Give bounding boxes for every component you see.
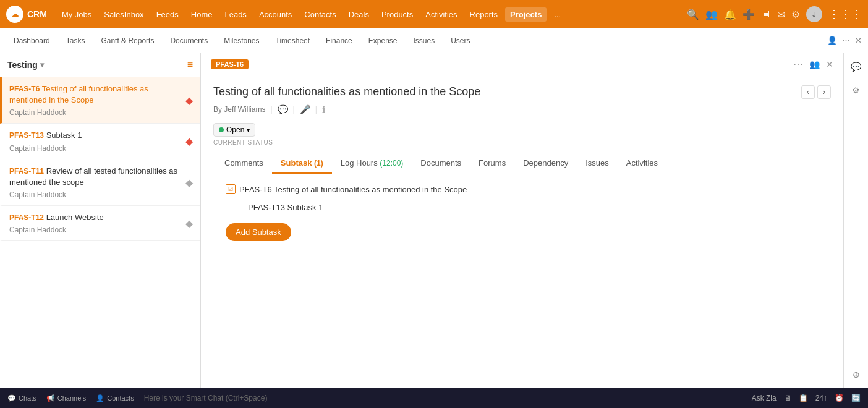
task-assignee-pfas-t11: Captain Haddock <box>9 190 193 199</box>
task-header-bar: PFAS-T6 ⋯ 👥 ✕ <box>201 53 843 75</box>
nav-home[interactable]: Home <box>186 7 218 22</box>
sidebar-header: Testing ▾ ≡ <box>0 53 200 77</box>
sidebar-menu-icon[interactable]: ≡ <box>187 59 193 70</box>
refresh-icon[interactable]: 🔄 <box>851 394 861 402</box>
tab-comments[interactable]: Comments <box>216 153 272 174</box>
second-nav-milestones[interactable]: Milestones <box>216 33 266 49</box>
counter-icon[interactable]: 24↑ <box>815 394 827 402</box>
task-assignee-pfas-t6: Captain Haddock <box>9 108 193 117</box>
alarm-icon[interactable]: ⏰ <box>835 394 844 402</box>
avatar[interactable]: J <box>806 6 822 22</box>
bell-icon[interactable]: 🔔 <box>724 9 736 20</box>
comment-icon[interactable]: 💬 <box>278 104 288 114</box>
tabs-bar: Comments Subtask (1) Log Hours (12:00) D… <box>213 153 831 174</box>
info-icon[interactable]: ℹ <box>322 104 325 114</box>
nav-leads[interactable]: Leads <box>219 7 251 22</box>
second-nav-issues[interactable]: Issues <box>406 33 443 49</box>
task-priority-pfas-t12: ◆ <box>185 218 193 229</box>
nav-reports[interactable]: Reports <box>465 7 503 22</box>
task-detail: Testing of all functionalities as mentio… <box>201 75 843 261</box>
second-nav-right-icon1[interactable]: 👤 <box>827 36 837 45</box>
subtask-child-pfas-t13: PFAS-T13 Subtask 1 <box>226 199 819 216</box>
settings-icon[interactable]: ⚙ <box>791 9 800 20</box>
status-chevron: ▾ <box>247 127 250 134</box>
right-sidebar-circle-icon[interactable]: ⊕ <box>848 366 865 383</box>
grid-icon[interactable]: ⋮⋮⋮ <box>828 7 862 21</box>
right-sidebar-gear-icon[interactable]: ⚙ <box>848 82 865 99</box>
second-nav-expense[interactable]: Expense <box>361 33 405 49</box>
detail-nav: ‹ › <box>801 85 831 99</box>
logo[interactable]: ☁ CRM <box>6 6 47 23</box>
nav-my-jobs[interactable]: My Jobs <box>57 7 96 22</box>
tab-issues[interactable]: Issues <box>577 153 618 174</box>
bottom-bar-channels[interactable]: 📢 Channels <box>46 394 86 402</box>
task-title-pfas-t12: Launch Website <box>46 213 104 222</box>
nav-feeds[interactable]: Feeds <box>151 7 184 22</box>
chats-icon: 💬 <box>7 394 16 402</box>
monitor-icon[interactable]: 🖥 <box>784 394 791 402</box>
status-label: Open <box>226 125 244 134</box>
task-item-pfas-t12[interactable]: PFAS-T12 Launch Website ◆ Captain Haddoc… <box>0 206 200 241</box>
prev-task-btn[interactable]: ‹ <box>801 85 815 99</box>
task-item-pfas-t11[interactable]: PFAS-T11 Review of all tested functional… <box>0 159 200 206</box>
mic-icon[interactable]: 🎤 <box>300 104 310 114</box>
subtask-parent-label: PFAS-T6 Testing of all functionalities a… <box>239 185 467 194</box>
add-subtask-button[interactable]: Add Subtask <box>226 223 291 241</box>
second-nav-right-icon2[interactable]: ⋯ <box>842 36 850 45</box>
subtask-parent-icon: ☑ <box>226 184 236 194</box>
add-icon[interactable]: ➕ <box>742 9 755 20</box>
task-id-pfas-t12: PFAS-T12 <box>9 213 44 222</box>
second-nav-right-close[interactable]: ✕ <box>855 36 862 45</box>
nav-more[interactable]: ... <box>549 7 566 22</box>
nav-deals[interactable]: Deals <box>344 7 374 22</box>
right-sidebar-chat-icon[interactable]: 💬 <box>848 58 865 75</box>
status-badge[interactable]: Open ▾ <box>213 123 255 137</box>
second-nav-finance[interactable]: Finance <box>318 33 360 49</box>
task-item-pfas-t6[interactable]: PFAS-T6 Testing of all functionalities a… <box>0 77 200 124</box>
nav-items: My Jobs SalesInbox Feeds Home Leads Acco… <box>57 7 687 22</box>
close-icon[interactable]: ✕ <box>826 59 833 69</box>
nav-salesinbox[interactable]: SalesInbox <box>99 7 148 22</box>
nav-projects[interactable]: Projects <box>505 7 547 22</box>
second-nav-dashboard[interactable]: Dashboard <box>6 33 57 49</box>
smart-chat-input[interactable]: Here is your Smart Chat (Ctrl+Space) <box>144 394 742 402</box>
nav-accounts[interactable]: Accounts <box>254 7 297 22</box>
search-icon[interactable]: 🔍 <box>687 9 699 20</box>
task-title-pfas-t13: Subtask 1 <box>46 130 82 140</box>
task-assignee-pfas-t12: Captain Haddock <box>9 226 193 234</box>
tab-subtask[interactable]: Subtask (1) <box>272 153 332 174</box>
users-icon[interactable]: 👥 <box>705 9 718 20</box>
tab-activities[interactable]: Activities <box>618 153 666 174</box>
tab-log-hours[interactable]: Log Hours (12:00) <box>332 153 412 174</box>
second-nav-tasks[interactable]: Tasks <box>59 33 93 49</box>
sidebar-dropdown-icon[interactable]: ▾ <box>40 61 44 69</box>
nav-products[interactable]: Products <box>377 7 418 22</box>
people-icon[interactable]: 👥 <box>809 59 820 69</box>
bottom-bar-chats[interactable]: 💬 Chats <box>7 394 36 402</box>
clipboard-icon[interactable]: 📋 <box>799 394 808 402</box>
task-id-pfas-t13: PFAS-T13 <box>9 131 44 140</box>
mail-icon[interactable]: ✉ <box>777 9 785 20</box>
contacts-icon: 👤 <box>96 394 104 402</box>
nav-activities[interactable]: Activities <box>420 7 462 22</box>
bottom-bar-right: Ask Zia 🖥 📋 24↑ ⏰ 🔄 <box>752 394 861 402</box>
more-options-icon[interactable]: ⋯ <box>793 58 803 70</box>
task-badge: PFAS-T6 <box>211 59 249 69</box>
tab-documents[interactable]: Documents <box>412 153 470 174</box>
tab-dependency[interactable]: Dependency <box>514 153 577 174</box>
second-nav-gantt[interactable]: Gantt & Reports <box>93 33 161 49</box>
logo-icon: ☁ <box>6 6 23 23</box>
nav-right-icons: 🔍 👥 🔔 ➕ 🖥 ✉ ⚙ J ⋮⋮⋮ <box>687 6 862 22</box>
second-nav-documents[interactable]: Documents <box>163 33 215 49</box>
tab-forums[interactable]: Forums <box>470 153 514 174</box>
task-item-pfas-t13[interactable]: PFAS-T13 Subtask 1 ◆ Captain Haddock <box>0 124 200 159</box>
bottom-bar-contacts[interactable]: 👤 Contacts <box>96 394 134 402</box>
second-nav-users[interactable]: Users <box>443 33 477 49</box>
nav-contacts[interactable]: Contacts <box>299 7 341 22</box>
status-section: Open ▾ CURRENT STATUS <box>213 123 831 146</box>
ask-zia-btn[interactable]: Ask Zia <box>752 394 777 402</box>
second-nav-timesheet[interactable]: Timesheet <box>268 33 318 49</box>
task-detail-title: Testing of all functionalities as mentio… <box>213 85 480 98</box>
screen-icon[interactable]: 🖥 <box>761 9 771 20</box>
next-task-btn[interactable]: › <box>817 85 831 99</box>
